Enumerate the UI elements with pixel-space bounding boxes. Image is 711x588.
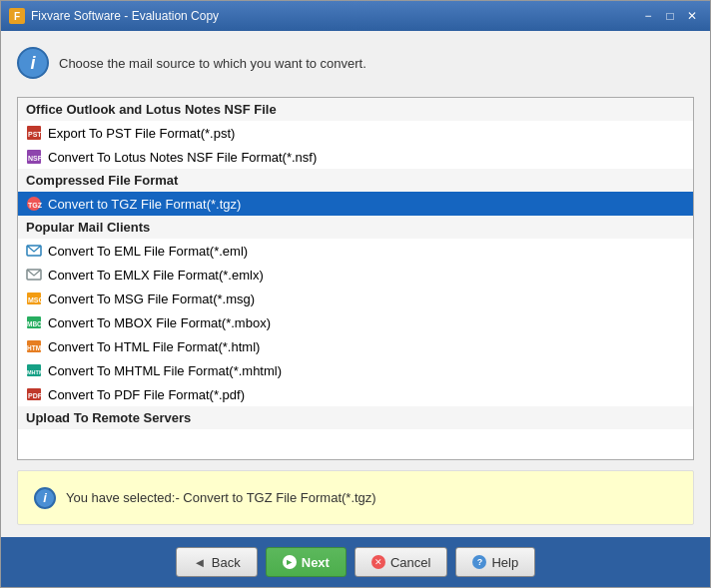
selection-info-box: i You have selected:- Convert to TGZ Fil… <box>17 470 694 525</box>
item-label-mbox: Convert To MBOX File Format(*.mbox) <box>48 315 271 330</box>
nsf-icon: NSF <box>26 149 42 165</box>
list-item-msg[interactable]: MSG Convert To MSG File Format(*.msg) <box>18 287 693 310</box>
list-item-tgz[interactable]: TGZ Convert to TGZ File Format(*.tgz) <box>18 192 693 216</box>
item-label-emlx: Convert To EMLX File Format(*.emlx) <box>48 268 264 283</box>
back-arrow-icon: ◄ <box>193 555 207 569</box>
msg-icon: MSG <box>26 291 42 306</box>
selection-info-icon: i <box>34 487 56 509</box>
main-window: F Fixvare Software - Evaluation Copy − □… <box>0 0 711 588</box>
bottom-bar: ◄ Back ► Next ✕ Cancel ? Help <box>1 537 710 587</box>
item-label-pst: Export To PST File Format(*.pst) <box>48 126 235 141</box>
header-text: Choose the mail source to which you want… <box>59 56 366 71</box>
list-item-pst[interactable]: PST Export To PST File Format(*.pst) <box>18 121 693 145</box>
list-item-emlx[interactable]: Convert To EMLX File Format(*.emlx) <box>18 263 693 287</box>
header-section: i Choose the mail source to which you wa… <box>17 43 694 87</box>
list-item-mhtml[interactable]: MHTML Convert To MHTML File Format(*.mht… <box>18 358 693 382</box>
svg-text:HTML: HTML <box>27 344 42 351</box>
minimize-button[interactable]: − <box>638 7 658 25</box>
item-label-msg: Convert To MSG File Format(*.msg) <box>48 292 255 306</box>
svg-text:PST: PST <box>28 131 42 138</box>
window-controls: − □ ✕ <box>638 7 702 25</box>
title-bar: F Fixvare Software - Evaluation Copy − □… <box>1 1 710 31</box>
info-icon: i <box>17 47 49 79</box>
list-item-html[interactable]: HTML Convert To HTML File Format(*.html) <box>18 334 693 358</box>
eml-icon <box>26 243 42 259</box>
cancel-button[interactable]: ✕ Cancel <box>355 547 447 577</box>
format-list[interactable]: Office Outlook and Lotus Notes NSF File … <box>17 97 694 460</box>
svg-text:NSF: NSF <box>28 155 42 162</box>
mhtml-icon: MHTML <box>26 362 42 378</box>
item-label-nsf: Convert To Lotus Notes NSF File Format(*… <box>48 150 317 165</box>
group-label-mail: Popular Mail Clients <box>26 220 150 235</box>
cancel-label: Cancel <box>390 555 430 570</box>
item-label-pdf: Convert To PDF File Format(*.pdf) <box>48 387 245 402</box>
item-label-eml: Convert To EML File Format(*.eml) <box>48 244 248 259</box>
svg-text:TGZ: TGZ <box>28 202 42 209</box>
mbox-icon: MBOX <box>26 314 42 330</box>
back-button[interactable]: ◄ Back <box>176 547 258 577</box>
group-label-remote: Upload To Remote Servers <box>26 410 191 425</box>
svg-text:MSG: MSG <box>28 296 42 303</box>
svg-text:PDF: PDF <box>28 392 42 399</box>
app-icon: F <box>9 8 25 24</box>
pdf-icon: PDF <box>26 386 42 402</box>
back-label: Back <box>212 555 241 570</box>
help-q-icon: ? <box>472 555 486 569</box>
svg-text:MBOX: MBOX <box>27 320 42 327</box>
html-icon: HTML <box>26 338 42 354</box>
tgz-icon: TGZ <box>26 196 42 212</box>
next-button[interactable]: ► Next <box>266 547 347 577</box>
list-item-mbox[interactable]: MBOX Convert To MBOX File Format(*.mbox) <box>18 310 693 334</box>
list-item-pdf[interactable]: PDF Convert To PDF File Format(*.pdf) <box>18 382 693 406</box>
cancel-x-icon: ✕ <box>371 555 385 569</box>
selection-text: You have selected:- Convert to TGZ File … <box>66 490 376 505</box>
close-button[interactable]: ✕ <box>682 7 702 25</box>
svg-text:MHTML: MHTML <box>27 369 42 375</box>
restore-button[interactable]: □ <box>660 7 680 25</box>
item-label-tgz: Convert to TGZ File Format(*.tgz) <box>48 197 241 212</box>
group-label-compressed: Compressed File Format <box>26 173 178 188</box>
help-button[interactable]: ? Help <box>455 547 535 577</box>
list-item-nsf[interactable]: NSF Convert To Lotus Notes NSF File Form… <box>18 145 693 169</box>
item-label-mhtml: Convert To MHTML File Format(*.mhtml) <box>48 363 282 378</box>
next-label: Next <box>302 555 330 570</box>
group-label: Office Outlook and Lotus Notes NSF File <box>26 102 277 117</box>
item-label-html: Convert To HTML File Format(*.html) <box>48 339 260 354</box>
group-header-mail-clients: Popular Mail Clients <box>18 216 693 239</box>
group-header-remote: Upload To Remote Servers <box>18 406 693 429</box>
list-item-eml[interactable]: Convert To EML File Format(*.eml) <box>18 239 693 263</box>
help-label: Help <box>491 555 518 570</box>
content-area: i Choose the mail source to which you wa… <box>1 31 710 537</box>
pst-icon: PST <box>26 125 42 141</box>
group-header-outlook-nsf: Office Outlook and Lotus Notes NSF File <box>18 98 693 121</box>
group-header-compressed: Compressed File Format <box>18 169 693 192</box>
window-title: Fixvare Software - Evaluation Copy <box>31 9 638 23</box>
next-arrow-icon: ► <box>283 555 297 569</box>
emlx-icon <box>26 267 42 283</box>
